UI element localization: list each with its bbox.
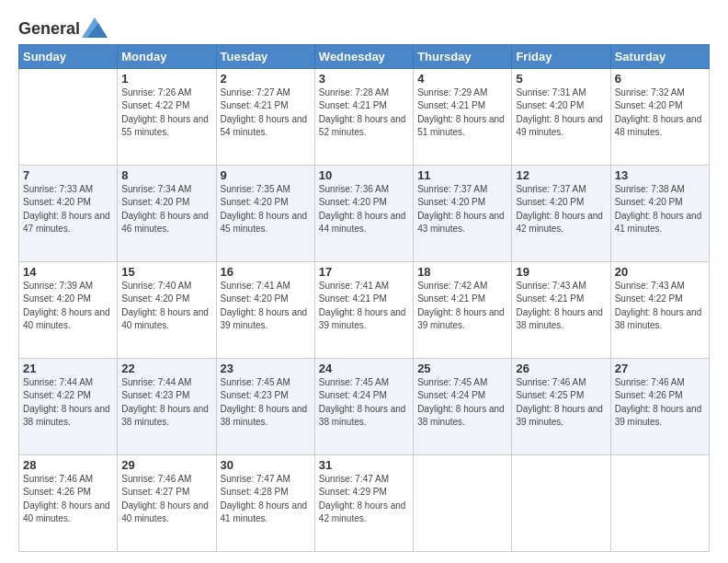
calendar-week-row: 1Sunrise: 7:26 AMSunset: 4:22 PMDaylight… (19, 68, 710, 165)
day-info: Sunrise: 7:45 AMSunset: 4:23 PMDaylight:… (221, 376, 311, 430)
day-number: 17 (319, 265, 409, 279)
day-info: Sunrise: 7:36 AMSunset: 4:20 PMDaylight:… (319, 183, 409, 236)
calendar-cell: 6Sunrise: 7:32 AMSunset: 4:20 PMDaylight… (610, 68, 709, 165)
day-info: Sunrise: 7:46 AMSunset: 4:25 PMDaylight:… (516, 376, 606, 430)
calendar-cell: 12Sunrise: 7:37 AMSunset: 4:20 PMDayligh… (512, 165, 610, 261)
day-info: Sunrise: 7:45 AMSunset: 4:24 PMDaylight:… (417, 376, 507, 430)
day-info: Sunrise: 7:37 AMSunset: 4:20 PMDaylight:… (417, 183, 507, 236)
day-number: 31 (319, 458, 409, 472)
calendar-cell (19, 68, 118, 165)
day-info: Sunrise: 7:42 AMSunset: 4:21 PMDaylight:… (417, 280, 507, 333)
calendar-cell: 3Sunrise: 7:28 AMSunset: 4:21 PMDaylight… (314, 68, 413, 165)
calendar-cell: 17Sunrise: 7:41 AMSunset: 4:21 PMDayligh… (314, 261, 413, 358)
day-number: 25 (417, 362, 507, 375)
calendar-cell: 21Sunrise: 7:44 AMSunset: 4:22 PMDayligh… (19, 358, 118, 454)
day-number: 4 (417, 72, 507, 86)
day-info: Sunrise: 7:32 AMSunset: 4:20 PMDaylight:… (615, 86, 705, 140)
calendar-cell: 25Sunrise: 7:45 AMSunset: 4:24 PMDayligh… (414, 358, 512, 454)
calendar-cell: 23Sunrise: 7:45 AMSunset: 4:23 PMDayligh… (216, 358, 314, 454)
day-info: Sunrise: 7:33 AMSunset: 4:20 PMDaylight:… (23, 183, 113, 236)
day-number: 13 (615, 168, 705, 182)
day-number: 7 (23, 168, 113, 182)
calendar-cell: 7Sunrise: 7:33 AMSunset: 4:20 PMDaylight… (19, 165, 118, 261)
calendar-header-tuesday: Tuesday (216, 44, 314, 68)
day-number: 6 (615, 72, 705, 86)
day-info: Sunrise: 7:37 AMSunset: 4:20 PMDaylight:… (516, 183, 606, 236)
day-info: Sunrise: 7:41 AMSunset: 4:20 PMDaylight:… (221, 280, 311, 333)
calendar-cell: 9Sunrise: 7:35 AMSunset: 4:20 PMDaylight… (216, 165, 314, 261)
day-number: 18 (417, 265, 507, 279)
day-number: 29 (121, 458, 211, 472)
day-info: Sunrise: 7:43 AMSunset: 4:21 PMDaylight:… (516, 280, 606, 333)
calendar-cell: 1Sunrise: 7:26 AMSunset: 4:22 PMDaylight… (118, 68, 216, 165)
page: General SundayMondayTuesdayWednesdayThur… (0, 0, 728, 563)
calendar-cell (414, 454, 512, 551)
day-number: 5 (516, 72, 606, 86)
day-info: Sunrise: 7:41 AMSunset: 4:21 PMDaylight:… (319, 280, 409, 333)
day-number: 14 (23, 265, 113, 279)
day-info: Sunrise: 7:45 AMSunset: 4:24 PMDaylight:… (319, 376, 409, 430)
day-number: 1 (121, 72, 211, 86)
calendar-cell: 8Sunrise: 7:34 AMSunset: 4:20 PMDaylight… (118, 165, 216, 261)
day-number: 27 (615, 362, 705, 375)
header: General (18, 17, 710, 39)
day-number: 28 (23, 458, 113, 472)
calendar-cell: 4Sunrise: 7:29 AMSunset: 4:21 PMDaylight… (414, 68, 512, 165)
calendar-header-monday: Monday (118, 44, 216, 68)
calendar-header-wednesday: Wednesday (314, 44, 413, 68)
day-info: Sunrise: 7:35 AMSunset: 4:20 PMDaylight:… (221, 183, 311, 236)
calendar-cell: 24Sunrise: 7:45 AMSunset: 4:24 PMDayligh… (314, 358, 413, 454)
calendar-header-saturday: Saturday (610, 44, 709, 68)
day-number: 2 (221, 72, 311, 86)
day-info: Sunrise: 7:47 AMSunset: 4:29 PMDaylight:… (319, 473, 409, 526)
day-number: 23 (221, 362, 311, 375)
day-number: 8 (121, 168, 211, 182)
logo-text: General (18, 20, 80, 39)
calendar-cell: 11Sunrise: 7:37 AMSunset: 4:20 PMDayligh… (414, 165, 512, 261)
day-number: 19 (516, 265, 606, 279)
day-number: 16 (221, 265, 311, 279)
day-info: Sunrise: 7:46 AMSunset: 4:27 PMDaylight:… (121, 473, 211, 526)
day-number: 20 (615, 265, 705, 279)
day-info: Sunrise: 7:27 AMSunset: 4:21 PMDaylight:… (221, 86, 311, 140)
calendar-cell: 26Sunrise: 7:46 AMSunset: 4:25 PMDayligh… (512, 358, 610, 454)
calendar-cell: 10Sunrise: 7:36 AMSunset: 4:20 PMDayligh… (314, 165, 413, 261)
day-number: 22 (121, 362, 211, 375)
day-number: 10 (319, 168, 409, 182)
calendar-week-row: 21Sunrise: 7:44 AMSunset: 4:22 PMDayligh… (19, 358, 710, 454)
logo-icon (82, 17, 108, 38)
calendar-header-sunday: Sunday (19, 44, 118, 68)
calendar-cell: 14Sunrise: 7:39 AMSunset: 4:20 PMDayligh… (19, 261, 118, 358)
logo: General (18, 20, 108, 39)
calendar-cell: 19Sunrise: 7:43 AMSunset: 4:21 PMDayligh… (512, 261, 610, 358)
day-number: 9 (221, 168, 311, 182)
day-info: Sunrise: 7:40 AMSunset: 4:20 PMDaylight:… (121, 280, 211, 333)
calendar-cell: 31Sunrise: 7:47 AMSunset: 4:29 PMDayligh… (314, 454, 413, 551)
calendar-cell (512, 454, 610, 551)
day-info: Sunrise: 7:39 AMSunset: 4:20 PMDaylight:… (23, 280, 113, 333)
day-info: Sunrise: 7:38 AMSunset: 4:20 PMDaylight:… (615, 183, 705, 236)
calendar-cell: 22Sunrise: 7:44 AMSunset: 4:23 PMDayligh… (118, 358, 216, 454)
calendar-cell: 29Sunrise: 7:46 AMSunset: 4:27 PMDayligh… (118, 454, 216, 551)
day-info: Sunrise: 7:26 AMSunset: 4:22 PMDaylight:… (121, 86, 211, 140)
calendar-week-row: 14Sunrise: 7:39 AMSunset: 4:20 PMDayligh… (19, 261, 710, 358)
calendar-header-row: SundayMondayTuesdayWednesdayThursdayFrid… (19, 44, 710, 68)
calendar-cell: 13Sunrise: 7:38 AMSunset: 4:20 PMDayligh… (610, 165, 709, 261)
day-number: 30 (221, 458, 311, 472)
day-info: Sunrise: 7:31 AMSunset: 4:20 PMDaylight:… (516, 86, 606, 140)
day-info: Sunrise: 7:28 AMSunset: 4:21 PMDaylight:… (319, 86, 409, 140)
calendar-cell: 20Sunrise: 7:43 AMSunset: 4:22 PMDayligh… (610, 261, 709, 358)
calendar-cell: 28Sunrise: 7:46 AMSunset: 4:26 PMDayligh… (19, 454, 118, 551)
calendar-header-friday: Friday (512, 44, 610, 68)
day-info: Sunrise: 7:46 AMSunset: 4:26 PMDaylight:… (615, 376, 705, 430)
day-info: Sunrise: 7:46 AMSunset: 4:26 PMDaylight:… (23, 473, 113, 526)
day-number: 11 (417, 168, 507, 182)
day-info: Sunrise: 7:47 AMSunset: 4:28 PMDaylight:… (221, 473, 311, 526)
calendar-cell: 27Sunrise: 7:46 AMSunset: 4:26 PMDayligh… (610, 358, 709, 454)
calendar-table: SundayMondayTuesdayWednesdayThursdayFrid… (18, 44, 710, 552)
calendar-cell: 16Sunrise: 7:41 AMSunset: 4:20 PMDayligh… (216, 261, 314, 358)
day-number: 21 (23, 362, 113, 375)
calendar-cell: 18Sunrise: 7:42 AMSunset: 4:21 PMDayligh… (414, 261, 512, 358)
day-number: 12 (516, 168, 606, 182)
calendar-week-row: 7Sunrise: 7:33 AMSunset: 4:20 PMDaylight… (19, 165, 710, 261)
